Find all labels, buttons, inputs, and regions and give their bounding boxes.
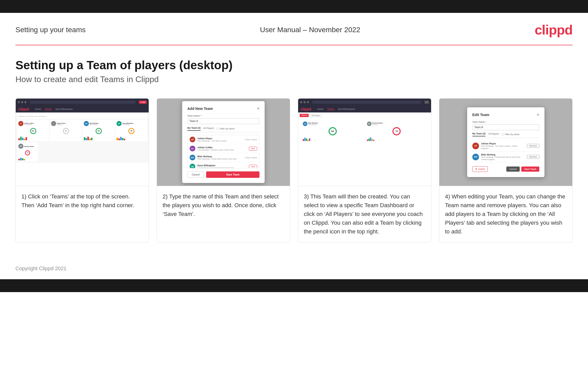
edit-player-info-1: Blair McHarg Plus Handicap · Royal North… xyxy=(481,153,525,161)
player-sub-dialog-3: 1-5 Handicap · The Ding Maying Golf Club xyxy=(197,167,247,169)
team-name-input[interactable] xyxy=(187,118,259,124)
dialog-header: Add New Team × xyxy=(187,106,259,111)
mock-topbar-3: ✏ xyxy=(298,99,431,106)
team-card-rb: RB Richard Butler Handicap 72 xyxy=(365,120,428,143)
copyright-text: Copyright Clippd 2021 xyxy=(15,266,66,271)
mock-content-1: Showing 4 of 4 Players from: All Players… xyxy=(16,112,149,163)
player-avatar-3: DB xyxy=(190,164,195,168)
mock-player-3: BM Blair McHarg Plus Handicap 94 xyxy=(83,120,114,141)
bar-4 xyxy=(24,139,25,140)
player-row-0: AP Adrian Player Plus Handicap · The Shi… xyxy=(188,135,259,144)
card-1: + Add clippd Home Teams My Performance S… xyxy=(15,98,149,242)
pencil-icon-mock: ✏ xyxy=(424,101,429,104)
avatar-5: RB xyxy=(18,144,23,149)
bar-rb-4 xyxy=(372,139,373,141)
edit-player-name-0: Adrian Player xyxy=(481,142,525,145)
card-4: Edit Team × Team Name * My Team (2) All … xyxy=(439,98,573,242)
header: Setting up your teams User Manual – Nove… xyxy=(0,13,588,45)
bar-2 xyxy=(20,137,22,140)
dot-3 xyxy=(24,101,27,103)
team-name-label: Team Name * xyxy=(187,115,259,117)
filter-checkbox[interactable] xyxy=(217,128,219,130)
mock-player-1: AC Adrian Collins Plus Handicap 84 xyxy=(17,120,49,141)
remove-player-btn-1[interactable]: Remove xyxy=(527,155,539,159)
bar-5-4 xyxy=(24,159,25,160)
avatar-4: DB xyxy=(116,121,122,126)
team-score-bm: 94 xyxy=(329,127,337,135)
bar-1 xyxy=(18,138,20,140)
team-avatar-bm: BM xyxy=(303,121,307,126)
mock-logo-3: clippd xyxy=(301,107,311,111)
avatar-1: AC xyxy=(18,121,23,126)
team-sub-rb: Handicap xyxy=(372,124,383,125)
edit-dialog-header: Edit Team × xyxy=(472,112,539,117)
dot-3-3 xyxy=(307,101,309,103)
player-sub-3: Plus Handicap xyxy=(90,124,98,125)
save-team-button[interactable]: Save Team xyxy=(206,171,259,178)
mock-content-3: Team A All Players BM Blair McHarg P xyxy=(298,112,431,145)
edit-dialog-tabs: My Team (2) All Players Filter by name xyxy=(472,132,539,138)
pencil-symbol: ✏ xyxy=(426,101,427,103)
score-circle-4: 78 xyxy=(128,128,135,134)
edit-team-name-label: Team Name * xyxy=(472,121,539,123)
bar-4-2 xyxy=(118,138,120,140)
player-name-dialog-0: Adrian Player xyxy=(197,137,243,140)
tab-my-team[interactable]: My Team (2) xyxy=(187,127,200,131)
card-4-screenshot: Edit Team × Team Name * My Team (2) All … xyxy=(439,99,572,186)
player-row-2: BM Blair McHarg Plus Handicap · Royal No… xyxy=(188,153,259,162)
dot-2 xyxy=(21,101,23,103)
add-team-dialog: Add New Team × Team Name * My Team (2) A… xyxy=(182,101,265,183)
players-list: AP Adrian Player Plus Handicap · The Shi… xyxy=(187,135,259,168)
team-bars-rb xyxy=(367,136,427,141)
edit-team-dialog: Edit Team × Team Name * My Team (2) All … xyxy=(467,107,544,177)
delete-label: Delete xyxy=(478,168,485,170)
edit-cancel-button[interactable]: Cancel xyxy=(506,167,520,172)
edit-team-name-input[interactable] xyxy=(472,124,539,130)
team-card-bm: BM Blair McHarg Plus Handicap 94 xyxy=(301,120,364,143)
filter-label: Showing 4 of 4 Players from: All Players xyxy=(19,116,46,117)
header-left-text: Setting up your teams xyxy=(15,26,86,34)
bar-5-3 xyxy=(22,158,23,160)
edit-player-sub-1: Plus Handicap · Royal North Devon Golf C… xyxy=(481,156,525,161)
edit-players-list: AP Adrian Player Plus Handicap · The Shi… xyxy=(472,141,539,163)
edit-tab-my-team[interactable]: My Team (2) xyxy=(472,132,485,136)
edit-dialog-title: Edit Team xyxy=(472,113,489,117)
mock-browser-1: + Add clippd Home Teams My Performance S… xyxy=(16,99,149,186)
trash-icon: 🗑 xyxy=(475,168,477,170)
player-name-dialog-3: Dave Billingham xyxy=(197,164,247,167)
remove-player-btn-0[interactable]: Remove xyxy=(527,144,539,148)
player-row-1: AC Adrian Coliba 1-5 Handicap · Central … xyxy=(188,144,259,153)
add-player-btn-3[interactable]: Add xyxy=(249,165,257,169)
cancel-button[interactable]: Cancel xyxy=(187,171,204,178)
edit-player-sub-0: Plus Handicap · The Shire London, United… xyxy=(481,145,525,150)
player-info-2: Blair McHarg Plus Handicap · Royal North… xyxy=(197,155,243,160)
dialog-close-button[interactable]: × xyxy=(257,106,259,111)
team-bars-bm xyxy=(303,136,363,141)
nav-teams: Teams xyxy=(45,108,52,110)
edit-filter-checkbox[interactable] xyxy=(502,133,504,135)
player-name-1: Adrian Collins xyxy=(24,123,34,124)
player-name-5: Richard Butler xyxy=(24,146,34,147)
add-team-btn-mock: + Add xyxy=(141,101,145,103)
nav-performance: My Performance xyxy=(56,108,73,110)
add-player-btn-1[interactable]: Add xyxy=(249,147,257,151)
delete-team-button[interactable]: 🗑 Delete xyxy=(472,166,488,172)
tab-all-players[interactable]: All Players xyxy=(203,127,214,130)
bar-5 xyxy=(26,137,27,140)
dialog-footer: Cancel Save Team xyxy=(187,171,259,178)
edit-save-team-button[interactable]: Save Team xyxy=(521,167,539,172)
nav-home-3: Home xyxy=(317,108,323,110)
score-circle-1: 84 xyxy=(30,128,36,134)
top-bar xyxy=(0,0,588,13)
edit-dialog-close[interactable]: × xyxy=(537,112,539,117)
player-sub-1: Plus Handicap xyxy=(24,124,34,125)
cards-grid: + Add clippd Home Teams My Performance S… xyxy=(15,98,573,242)
player-sub-dialog-1: 1-5 Handicap · Central London Golf Centr… xyxy=(197,149,247,151)
mock-player-4: DB Dave Billingham 1-5 Handicap 78 xyxy=(115,120,147,141)
edit-tab-all-players[interactable]: All Players xyxy=(488,133,499,136)
nav-teams-3: Teams xyxy=(327,108,334,110)
score-circle-2: 0 xyxy=(63,128,69,134)
mock-players-grid: AC Adrian Collins Plus Handicap 84 xyxy=(17,120,147,141)
dot-1 xyxy=(18,101,20,103)
edit-player-row-0: AP Adrian Player Plus Handicap · The Shi… xyxy=(472,141,539,152)
